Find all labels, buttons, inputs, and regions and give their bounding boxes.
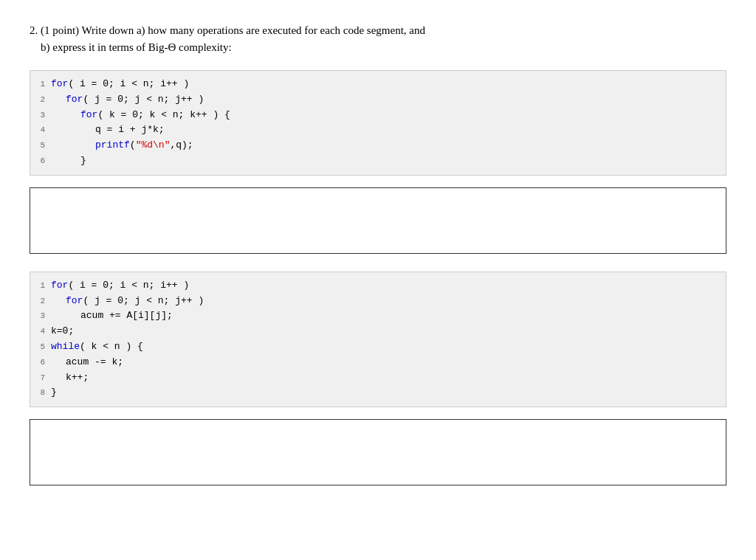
- code-text: acum -= k;: [66, 356, 123, 367]
- code-text: ( j = 0; j < n; j++ ): [83, 94, 204, 105]
- line-number: 6: [30, 356, 51, 370]
- code-text: k++;: [66, 372, 89, 383]
- code-content: acum += A[i][j];: [51, 308, 726, 324]
- code-line: 2 for( j = 0; j < n; j++ ): [30, 92, 726, 108]
- line-number: 3: [30, 109, 51, 122]
- line-number: 1: [30, 280, 51, 293]
- line-number: 2: [30, 295, 51, 308]
- keyword-for: for: [66, 295, 83, 306]
- code-line: 4 k=0;: [30, 324, 726, 339]
- line-number: 4: [30, 124, 51, 137]
- code-content: }: [51, 385, 726, 401]
- line-number: 3: [30, 310, 51, 323]
- code-line: 6 }: [30, 153, 726, 169]
- line-number: 7: [30, 372, 51, 385]
- code-line: 1 for( i = 0; i < n; i++ ): [30, 77, 726, 92]
- code-text: q = i + j*k;: [95, 124, 165, 135]
- keyword-for: for: [80, 109, 97, 120]
- code-line: 7 k++;: [30, 370, 726, 386]
- code-line: 3 acum += A[i][j];: [30, 308, 726, 324]
- code-text: ( k = 0; k < n; k++ ) {: [97, 109, 230, 120]
- code-text: (: [130, 139, 136, 151]
- line-number: 1: [30, 78, 51, 91]
- question-header: 2. (1 point) Write down a) how many oper…: [30, 22, 726, 55]
- code-line: 1 for( i = 0; i < n; i++ ): [30, 278, 726, 294]
- code-content: k=0;: [51, 324, 726, 339]
- code-content: while( k < n ) {: [51, 339, 726, 355]
- code-block-1: 1 for( i = 0; i < n; i++ ) 2 for( j = 0;…: [30, 70, 726, 176]
- line-number: 5: [30, 139, 51, 153]
- code-content: k++;: [51, 370, 726, 386]
- line-number: 4: [30, 325, 51, 339]
- string-literal: "%d\n": [136, 139, 171, 151]
- code-text: ( i = 0; i < n; i++ ): [68, 280, 189, 291]
- keyword-for: for: [51, 78, 68, 89]
- code-text: ( i = 0; i < n; i++ ): [68, 78, 189, 89]
- code-content: printf("%d\n",q);: [51, 138, 726, 153]
- question-number: 2.: [30, 24, 38, 36]
- line-number: 5: [30, 341, 51, 354]
- line-number: 6: [30, 155, 51, 168]
- code-line: 8 }: [30, 385, 726, 401]
- code-text: ( k < n ) {: [80, 341, 143, 352]
- code-content: for( j = 0; j < n; j++ ): [51, 294, 726, 309]
- code-text: acum += A[i][j];: [80, 310, 173, 321]
- code-line: 2 for( j = 0; j < n; j++ ): [30, 294, 726, 309]
- code-text: k=0;: [51, 325, 74, 336]
- code-line: 3 for( k = 0; k < n; k++ ) {: [30, 108, 726, 123]
- question-text-a: Write down a) how many operations are ex…: [82, 24, 425, 36]
- keyword-for: for: [51, 280, 68, 291]
- code-line: 5 while( k < n ) {: [30, 339, 726, 355]
- keyword-printf: printf: [95, 139, 130, 151]
- line-number: 8: [30, 387, 51, 400]
- code-text: }: [80, 155, 86, 166]
- answer-box-2[interactable]: [30, 419, 726, 485]
- code-line: 4 q = i + j*k;: [30, 122, 726, 138]
- code-text: }: [51, 387, 57, 398]
- answer-box-1[interactable]: [30, 187, 726, 254]
- keyword-while: while: [51, 341, 80, 352]
- code-content: }: [51, 153, 726, 169]
- line-number: 2: [30, 94, 51, 107]
- code-content: acum -= k;: [51, 355, 726, 370]
- question-container: 2. (1 point) Write down a) how many oper…: [30, 22, 726, 485]
- code-content: for( k = 0; k < n; k++ ) {: [51, 108, 726, 123]
- code-content: for( i = 0; i < n; i++ ): [51, 278, 726, 294]
- code-text: ( j = 0; j < n; j++ ): [83, 295, 204, 306]
- code-text: ,q);: [170, 139, 193, 151]
- code-line: 6 acum -= k;: [30, 355, 726, 370]
- question-points: (1 point): [41, 24, 79, 36]
- code-content: for( i = 0; i < n; i++ ): [51, 77, 726, 92]
- code-line: 5 printf("%d\n",q);: [30, 138, 726, 153]
- code-block-2: 1 for( i = 0; i < n; i++ ) 2 for( j = 0;…: [30, 272, 726, 407]
- keyword-for: for: [66, 94, 83, 105]
- code-content: for( j = 0; j < n; j++ ): [51, 92, 726, 108]
- code-content: q = i + j*k;: [51, 122, 726, 138]
